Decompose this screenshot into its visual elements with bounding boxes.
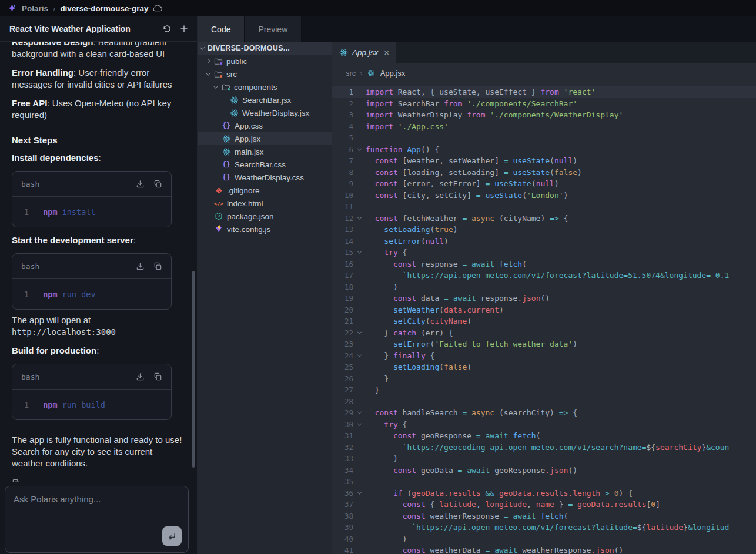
code-line-36[interactable]: 36 if (geoData.results && geoData.result… xyxy=(332,488,756,499)
copy-icon[interactable] xyxy=(153,372,162,381)
code-line-33[interactable]: 33 ) xyxy=(332,453,756,465)
new-chat-icon[interactable] xyxy=(179,24,189,33)
code-text: `https://api.open-meteo.com/v1/forecast?… xyxy=(366,523,729,532)
line-number: 1 xyxy=(24,207,29,217)
code-area[interactable]: 1import React, { useState, useEffect } f… xyxy=(332,83,756,554)
tab-code[interactable]: Code xyxy=(198,16,245,42)
code-text: function App() { xyxy=(366,145,439,154)
tree-item-main-jsx[interactable]: main.jsx xyxy=(198,145,332,158)
fold-chevron-icon[interactable] xyxy=(353,423,366,426)
fold-chevron-icon[interactable] xyxy=(353,492,366,495)
tree-item-searchbar-css[interactable]: {}SearchBar.css xyxy=(198,158,332,171)
code-line-39[interactable]: 39 `https://api.open-meteo.com/v1/foreca… xyxy=(332,522,756,533)
code-line-29[interactable]: 29 const handleSearch = async (searchCit… xyxy=(332,407,756,419)
tree-item-src[interactable]: src xyxy=(198,68,332,80)
code-line-23[interactable]: 23 setError('Failed to fetch weather dat… xyxy=(332,338,756,350)
code-line-21[interactable]: 21 setCity(cityName) xyxy=(332,315,756,327)
code-line-9[interactable]: 9 const [error, setError] = useState(nul… xyxy=(332,178,756,190)
code-line-5[interactable]: 5 xyxy=(332,132,756,144)
code-line-13[interactable]: 13 setLoading(true) xyxy=(332,224,756,236)
code-line-12[interactable]: 12 const fetchWeather = async (cityName)… xyxy=(332,213,756,224)
chat-input[interactable] xyxy=(5,486,188,528)
fold-chevron-icon[interactable] xyxy=(353,251,366,254)
code-line-8[interactable]: 8 const [loading, setLoading] = useState… xyxy=(332,167,756,179)
code-line-26[interactable]: 26 } xyxy=(332,373,756,385)
fold-chevron-icon[interactable] xyxy=(353,411,366,414)
code-line-2[interactable]: 2import SearchBar from './components/Sea… xyxy=(332,98,756,110)
fold-chevron-icon[interactable] xyxy=(353,331,366,334)
tree-item--gitignore[interactable]: .gitignore xyxy=(198,184,332,197)
code-line-22[interactable]: 22 } catch (err) { xyxy=(332,327,756,339)
code-line-25[interactable]: 25 setLoading(false) xyxy=(332,361,756,373)
history-icon[interactable] xyxy=(162,24,172,33)
code-line-11[interactable]: 11 xyxy=(332,201,756,213)
download-icon[interactable] xyxy=(136,262,145,271)
fold-chevron-icon[interactable] xyxy=(353,354,366,357)
chat-input-box[interactable] xyxy=(5,486,189,553)
copy-icon[interactable] xyxy=(153,180,162,189)
code-line-17[interactable]: 17 `https://api.open-meteo.com/v1/foreca… xyxy=(332,270,756,281)
line-number: 4 xyxy=(332,122,353,131)
code-line-38[interactable]: 38 const weatherResponse = await fetch( xyxy=(332,511,756,522)
copy-icon[interactable] xyxy=(153,262,162,271)
code-line-7[interactable]: 7 const [weather, setWeather] = useState… xyxy=(332,155,756,167)
tree-item-searchbar-jsx[interactable]: SearchBar.jsx xyxy=(198,93,332,106)
tree-item-components[interactable]: components xyxy=(198,80,332,93)
fold-chevron-icon[interactable] xyxy=(353,217,366,220)
code-line-34[interactable]: 34 const geoData = await geoResponse.jso… xyxy=(332,465,756,476)
code-line-35[interactable]: 35 xyxy=(332,476,756,488)
tree-item-vite-config-js[interactable]: vite.config.js xyxy=(198,223,332,236)
code-line-30[interactable]: 30 try { xyxy=(332,419,756,431)
chat-scrollbar[interactable] xyxy=(192,271,195,468)
download-icon[interactable] xyxy=(136,180,145,189)
code-line-14[interactable]: 14 setError(null) xyxy=(332,236,756,247)
cloud-sync-icon[interactable] xyxy=(153,5,163,12)
tree-item-weatherdisplay-css[interactable]: {}WeatherDisplay.css xyxy=(198,171,332,184)
line-number: 29 xyxy=(332,408,353,417)
code-line-40[interactable]: 40 ) xyxy=(332,533,756,545)
chevron-down-icon[interactable] xyxy=(206,70,210,75)
close-tab-icon[interactable]: × xyxy=(384,48,389,58)
chevron-right-icon[interactable] xyxy=(206,59,210,63)
copy-message-icon[interactable] xyxy=(12,479,185,482)
code-line-10[interactable]: 10 const [city, setCity] = useState('Lon… xyxy=(332,190,756,202)
code-line-28[interactable]: 28 xyxy=(332,396,756,408)
code-block-body[interactable]: 1npm run build xyxy=(12,390,171,419)
code-line-32[interactable]: 32 `https://geocoding-api.open-meteo.com… xyxy=(332,442,756,454)
code-line-3[interactable]: 3import WeatherDisplay from './component… xyxy=(332,109,756,121)
code-line-37[interactable]: 37 const { latitude, longitude, name } =… xyxy=(332,499,756,511)
code-block-body[interactable]: 1npm install xyxy=(12,197,171,227)
app-name[interactable]: Polaris xyxy=(22,4,48,13)
line-number: 25 xyxy=(332,362,353,371)
code-line-6[interactable]: 6function App() { xyxy=(332,144,756,156)
code-line-15[interactable]: 15 try { xyxy=(332,247,756,258)
tree-item-app-css[interactable]: {}App.css xyxy=(198,119,332,132)
download-icon[interactable] xyxy=(136,372,145,381)
project-name[interactable]: diverse-dormouse-gray xyxy=(60,4,148,13)
tab-preview[interactable]: Preview xyxy=(245,16,302,42)
tree-item-public[interactable]: public xyxy=(198,55,332,68)
code-line-20[interactable]: 20 setWeather(data.current) xyxy=(332,304,756,316)
code-line-27[interactable]: 27 } xyxy=(332,384,756,396)
send-button[interactable] xyxy=(162,526,182,546)
code-line-41[interactable]: 41 const weatherData = await weatherResp… xyxy=(332,545,756,554)
code-line-24[interactable]: 24 } finally { xyxy=(332,350,756,362)
code-line-4[interactable]: 4import './App.css' xyxy=(332,121,756,133)
tree-item-app-jsx[interactable]: App.jsx xyxy=(198,132,332,145)
react-icon xyxy=(222,134,231,143)
code-line-16[interactable]: 16 const response = await fetch( xyxy=(332,258,756,270)
code-line-18[interactable]: 18 ) xyxy=(332,281,756,293)
tree-item-package-json[interactable]: package.json xyxy=(198,210,332,223)
editor-tab-appjsx[interactable]: App.jsx × xyxy=(332,42,396,63)
code-line-1[interactable]: 1import React, { useState, useEffect } f… xyxy=(332,86,756,98)
code-line-31[interactable]: 31 const geoResponse = await fetch( xyxy=(332,430,756,442)
tree-item-index-html[interactable]: </>index.html xyxy=(198,197,332,210)
fold-chevron-icon[interactable] xyxy=(353,148,366,151)
tree-root[interactable]: DIVERSE-DORMOUS... xyxy=(198,42,332,55)
code-block-body[interactable]: 1npm run dev xyxy=(12,279,171,309)
breadcrumb-dir[interactable]: src xyxy=(346,69,356,78)
breadcrumb-file[interactable]: App.jsx xyxy=(380,69,406,78)
tree-item-weatherdisplay-jsx[interactable]: WeatherDisplay.jsx xyxy=(198,106,332,119)
chevron-down-icon[interactable] xyxy=(213,83,218,88)
code-line-19[interactable]: 19 const data = await response.json() xyxy=(332,293,756,304)
